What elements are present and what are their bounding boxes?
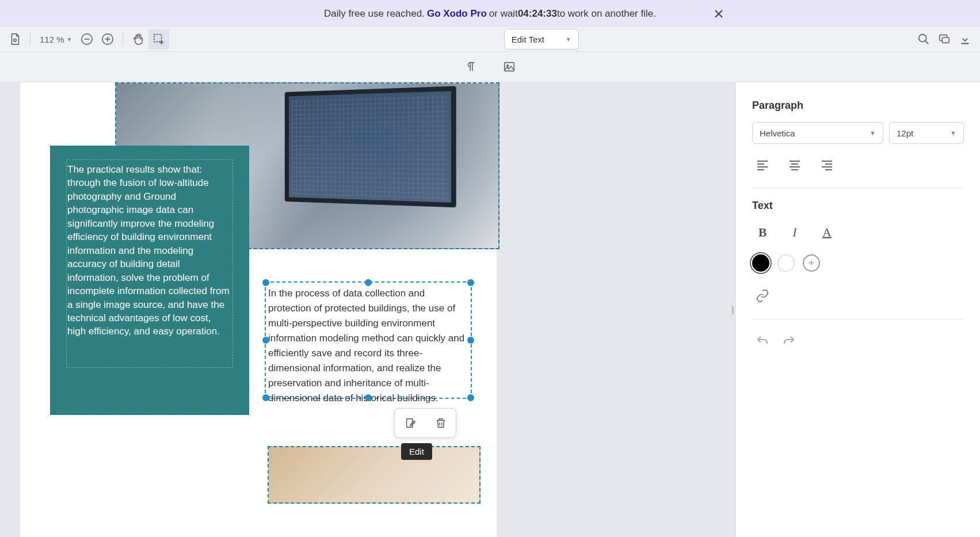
- align-center-button[interactable]: [784, 154, 805, 175]
- insert-link-button[interactable]: [752, 285, 773, 306]
- svg-line-10: [925, 41, 929, 44]
- svg-point-15: [506, 65, 508, 67]
- banner-suffix: to work on another file.: [557, 8, 656, 20]
- color-swatch-black[interactable]: [752, 254, 769, 272]
- hand-icon: [132, 33, 144, 45]
- view-settings-button[interactable]: [5, 29, 25, 49]
- align-right-button[interactable]: [817, 154, 837, 175]
- resize-handle-t[interactable]: [365, 279, 372, 286]
- plus-circle-icon: [101, 33, 114, 45]
- insert-paragraph-button[interactable]: [461, 56, 482, 77]
- comments-icon: [938, 33, 951, 45]
- edit-icon: [404, 417, 417, 429]
- text-section-title: Text: [752, 200, 964, 212]
- page-icon: [9, 33, 21, 45]
- document-page: The practical results show that: through…: [20, 82, 497, 537]
- banner-prefix: Daily free use reached.: [324, 8, 425, 20]
- selected-text-block[interactable]: In the process of data collection and pr…: [265, 281, 472, 399]
- svg-point-0: [14, 39, 17, 42]
- panel-divider: [752, 188, 964, 188]
- image-icon: [503, 60, 516, 73]
- resize-handle-tl[interactable]: [262, 279, 269, 286]
- banner-middle: or wait: [489, 8, 518, 20]
- bold-button[interactable]: B: [752, 222, 773, 243]
- pan-tool-button[interactable]: [128, 29, 148, 49]
- zoom-dropdown[interactable]: 112 % ▼: [35, 35, 77, 44]
- resize-handle-l[interactable]: [262, 337, 269, 344]
- paragraph-section-title: Paragraph: [752, 100, 964, 112]
- teal-text-content: The practical results show that: through…: [67, 163, 232, 338]
- svg-rect-6: [154, 35, 162, 42]
- search-button[interactable]: [913, 29, 934, 49]
- undo-button[interactable]: [752, 331, 773, 352]
- add-color-button[interactable]: +: [803, 254, 820, 272]
- paragraph-icon: [465, 60, 478, 73]
- selected-text-content: In the process of data collection and pr…: [268, 288, 464, 403]
- monitor-graphic: [285, 86, 456, 207]
- svg-rect-14: [504, 63, 514, 71]
- resize-handle-r[interactable]: [467, 337, 474, 344]
- resize-handle-b[interactable]: [365, 394, 372, 401]
- search-icon: [917, 33, 930, 45]
- marquee-select-button[interactable]: [148, 29, 169, 49]
- redo-icon: [782, 334, 796, 348]
- chevron-down-icon: ▼: [950, 130, 956, 136]
- download-icon: [959, 33, 971, 45]
- undo-icon: [756, 334, 769, 348]
- text-color-button[interactable]: A: [817, 222, 837, 243]
- align-left-icon: [756, 158, 769, 172]
- redo-button[interactable]: [779, 331, 799, 352]
- align-right-icon: [820, 158, 834, 172]
- resize-handle-tr[interactable]: [467, 279, 474, 286]
- panel-resize-handle[interactable]: ||: [729, 303, 735, 317]
- minus-circle-icon: [81, 33, 93, 45]
- selection-toolbar: [394, 408, 456, 438]
- chevron-down-icon: ▼: [67, 36, 73, 43]
- align-left-button[interactable]: [752, 154, 773, 175]
- edit-tooltip: Edit: [401, 443, 432, 460]
- main-toolbar: 112 % ▼ Edit Text ▼: [0, 27, 980, 52]
- mode-label: Edit Text: [512, 35, 544, 44]
- go-pro-link[interactable]: Go Xodo Pro: [427, 8, 487, 20]
- close-icon: [714, 9, 724, 19]
- properties-panel: Paragraph Helvetica ▼ 12pt ▼ Text: [735, 82, 980, 537]
- svg-rect-12: [942, 37, 949, 43]
- upgrade-banner: Daily free use reached. Go Xodo Pro or w…: [0, 0, 980, 27]
- edit-text-button[interactable]: [399, 412, 422, 435]
- chevron-down-icon: ▼: [870, 130, 876, 136]
- chevron-down-icon: ▼: [566, 36, 571, 43]
- color-swatch-white[interactable]: [777, 254, 795, 272]
- canvas-area[interactable]: The practical results show that: through…: [0, 82, 735, 537]
- comments-button[interactable]: [934, 29, 955, 49]
- link-icon: [756, 289, 769, 303]
- panel-divider: [752, 319, 964, 319]
- svg-point-9: [919, 35, 926, 42]
- resize-handle-br[interactable]: [467, 394, 474, 401]
- delete-button[interactable]: [429, 412, 452, 435]
- align-center-icon: [788, 158, 802, 172]
- main-area: The practical results show that: through…: [0, 82, 980, 537]
- font-family-value: Helvetica: [760, 128, 795, 138]
- resize-handle-bl[interactable]: [262, 394, 269, 401]
- bottom-image-block[interactable]: [268, 446, 481, 504]
- zoom-value: 112 %: [40, 35, 64, 44]
- marquee-icon: [152, 33, 165, 45]
- teal-text-block[interactable]: The practical results show that: through…: [50, 146, 249, 415]
- zoom-out-button[interactable]: [77, 29, 97, 49]
- toolbar-separator: [30, 32, 30, 46]
- edit-toolbar: [0, 52, 980, 82]
- insert-image-button[interactable]: [499, 56, 520, 77]
- italic-button[interactable]: I: [784, 222, 805, 243]
- banner-timer: 04:24:33: [518, 8, 557, 20]
- svg-rect-13: [962, 43, 969, 44]
- zoom-in-button[interactable]: [97, 29, 118, 49]
- font-family-select[interactable]: Helvetica ▼: [752, 122, 883, 144]
- download-button[interactable]: [955, 29, 975, 49]
- mode-dropdown[interactable]: Edit Text ▼: [504, 29, 579, 49]
- font-size-value: 12pt: [897, 128, 913, 138]
- toolbar-separator: [123, 32, 123, 46]
- trash-icon: [434, 417, 447, 429]
- close-banner-button[interactable]: [714, 9, 724, 19]
- font-size-select[interactable]: 12pt ▼: [889, 122, 964, 144]
